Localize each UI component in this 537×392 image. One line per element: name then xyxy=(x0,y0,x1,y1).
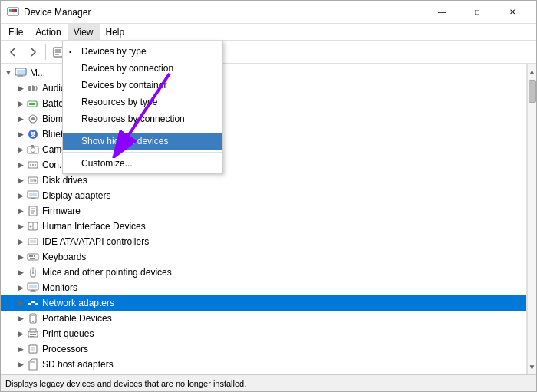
tree-item-processors[interactable]: ▶ Processors xyxy=(1,341,526,357)
close-button[interactable]: ✕ xyxy=(495,1,530,24)
tree-item-hid[interactable]: ▶ Human Interface Devices xyxy=(1,219,526,234)
portable-label: Portable Devices xyxy=(42,313,112,324)
tree-item-keyboards[interactable]: ▶ Keyboards xyxy=(1,249,526,265)
bluetooth-icon xyxy=(27,128,39,140)
mice-icon xyxy=(27,266,39,278)
menu-view[interactable]: View xyxy=(68,24,100,41)
back-button[interactable] xyxy=(4,43,22,61)
network-label: Network adapters xyxy=(42,298,114,308)
root-label: M... xyxy=(30,68,45,78)
menu-item-customize[interactable]: Customize... xyxy=(63,155,222,172)
menu-action[interactable]: Action xyxy=(29,24,67,41)
menu-item-devices-by-container[interactable]: Devices by container xyxy=(63,77,222,94)
svg-rect-54 xyxy=(31,301,35,303)
scroll-up-button[interactable]: ▲ xyxy=(528,64,536,79)
cameras-expand-icon[interactable]: ▶ xyxy=(15,143,27,156)
ide-expand-icon[interactable]: ▶ xyxy=(15,236,27,248)
tree-item-portable[interactable]: ▶ Portable Devices xyxy=(1,311,526,326)
svg-rect-2 xyxy=(12,9,15,12)
processors-label: Processors xyxy=(42,344,88,354)
hid-expand-icon[interactable]: ▶ xyxy=(15,220,27,232)
scrollbar[interactable]: ▲ ▼ xyxy=(527,64,536,374)
processors-expand-icon[interactable]: ▶ xyxy=(15,343,27,355)
ide-icon xyxy=(27,236,39,248)
menu-help[interactable]: Help xyxy=(100,24,131,41)
diskdrives-expand-icon[interactable]: ▶ xyxy=(15,174,27,186)
menu-item-resources-by-type[interactable]: Resources by type xyxy=(63,94,222,110)
scroll-track[interactable] xyxy=(528,104,536,359)
menu-file[interactable]: File xyxy=(2,24,29,41)
cameras-icon xyxy=(27,143,39,156)
tree-item-monitors[interactable]: ▶ Monitors xyxy=(1,280,526,295)
firmware-label: Firmware xyxy=(42,206,81,216)
svg-rect-14 xyxy=(28,86,31,91)
diskdrives-icon xyxy=(27,174,39,186)
mice-expand-icon[interactable]: ▶ xyxy=(15,266,27,278)
keyboards-label: Keyboards xyxy=(42,252,86,262)
tree-item-displayadapters[interactable]: ▶ Display adapters xyxy=(1,188,526,203)
printqueues-label: Print queues xyxy=(42,328,94,339)
audio-expand-icon[interactable]: ▶ xyxy=(15,82,27,94)
displayadapters-label: Display adapters xyxy=(42,190,110,201)
keyboards-expand-icon[interactable]: ▶ xyxy=(15,251,27,263)
svg-rect-63 xyxy=(30,334,36,335)
root-expand-icon[interactable]: ▼ xyxy=(2,67,15,79)
tree-item-security[interactable]: ▶ Security devices xyxy=(1,372,526,374)
displayadapters-expand-icon[interactable]: ▶ xyxy=(15,189,27,202)
svg-rect-31 xyxy=(29,193,37,196)
window-icon xyxy=(7,6,19,18)
maximize-button[interactable]: □ xyxy=(460,1,495,24)
scroll-down-button[interactable]: ▼ xyxy=(528,359,536,374)
svg-point-19 xyxy=(28,130,38,139)
forward-button[interactable] xyxy=(24,43,42,61)
tree-item-printqueues[interactable]: ▶ Print queues xyxy=(1,326,526,341)
biometric-expand-icon[interactable]: ▶ xyxy=(15,113,27,125)
security-icon xyxy=(27,374,39,374)
svg-rect-16 xyxy=(29,103,35,105)
tree-item-mice[interactable]: ▶ Mice and other pointing devices xyxy=(1,265,526,280)
batteries-icon xyxy=(27,97,39,110)
diskdrives-label: Disk drives xyxy=(42,175,87,186)
ide-label: IDE ATA/ATAPI controllers xyxy=(42,236,149,247)
title-bar: Device Manager — □ ✕ xyxy=(1,1,536,24)
tree-item-sdhost[interactable]: ▶ SD host adapters xyxy=(1,357,526,372)
svg-rect-51 xyxy=(31,290,35,292)
bullet-devices-by-type: • xyxy=(69,48,71,55)
svg-point-25 xyxy=(32,164,34,166)
svg-line-56 xyxy=(31,302,31,305)
portable-expand-icon[interactable]: ▶ xyxy=(15,312,27,324)
view-dropdown-menu: • Devices by type Devices by connection … xyxy=(62,41,223,174)
bluetooth-expand-icon[interactable]: ▶ xyxy=(15,128,27,140)
menu-item-show-hidden[interactable]: Show hidden devices xyxy=(63,133,222,150)
tree-item-firmware[interactable]: ▶ Firmware xyxy=(1,203,526,219)
svg-rect-64 xyxy=(30,336,34,337)
biometric-icon xyxy=(27,113,39,125)
svg-rect-44 xyxy=(31,255,33,257)
security-expand-icon[interactable]: ▶ xyxy=(15,374,27,374)
tree-item-network[interactable]: ▶ Network adapters xyxy=(1,295,526,311)
minimize-button[interactable]: — xyxy=(424,1,460,24)
svg-rect-52 xyxy=(30,292,36,292)
batteries-expand-icon[interactable]: ▶ xyxy=(15,97,27,110)
sdhost-expand-icon[interactable]: ▶ xyxy=(15,358,27,371)
tree-item-ide[interactable]: ▶ IDE ATA/ATAPI controllers xyxy=(1,234,526,249)
title-bar-buttons: — □ ✕ xyxy=(424,1,530,24)
svg-rect-41 xyxy=(30,240,36,243)
menu-item-resources-by-connection[interactable]: Resources by connection xyxy=(63,110,222,127)
processors-icon xyxy=(27,343,39,355)
com-expand-icon[interactable]: ▶ xyxy=(15,159,27,171)
svg-rect-50 xyxy=(29,285,37,288)
svg-point-39 xyxy=(30,226,32,228)
network-expand-icon[interactable]: ▶ xyxy=(15,297,27,309)
printqueues-expand-icon[interactable]: ▶ xyxy=(15,328,27,340)
firmware-expand-icon[interactable]: ▶ xyxy=(15,205,27,217)
svg-rect-22 xyxy=(31,145,34,147)
svg-rect-55 xyxy=(35,303,38,305)
menu-item-devices-by-connection[interactable]: Devices by connection xyxy=(63,60,222,77)
menu-item-devices-by-type[interactable]: • Devices by type xyxy=(63,43,222,60)
scroll-thumb[interactable] xyxy=(529,80,536,103)
monitors-expand-icon[interactable]: ▶ xyxy=(15,282,27,294)
svg-rect-53 xyxy=(28,303,31,305)
svg-rect-66 xyxy=(31,347,35,351)
tree-item-diskdrives[interactable]: ▶ Disk drives xyxy=(1,173,526,188)
